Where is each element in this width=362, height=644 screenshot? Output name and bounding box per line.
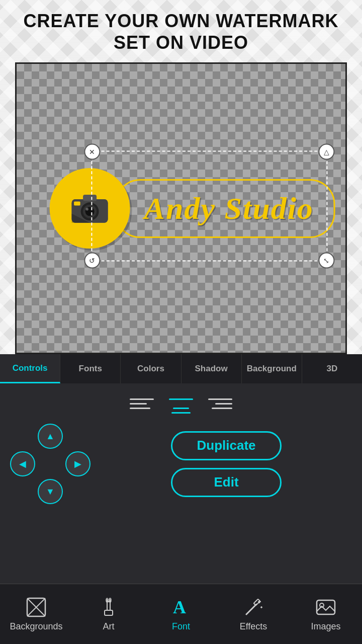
nav-backgrounds[interactable]: Backgrounds xyxy=(0,584,72,644)
svg-text:A: A xyxy=(173,597,186,617)
images-icon xyxy=(315,596,337,618)
bottom-nav: Backgrounds Art A Font xyxy=(0,584,362,644)
dpad-up-button[interactable]: ▲ xyxy=(38,424,63,449)
align-left-button[interactable] xyxy=(130,393,154,414)
dpad-down-button[interactable]: ▼ xyxy=(38,479,63,504)
nav-font[interactable]: A Font xyxy=(145,584,217,644)
nav-images[interactable]: Images xyxy=(290,584,362,644)
tab-fonts[interactable]: Fonts xyxy=(60,354,121,383)
canvas-area[interactable]: Andy Studio ✕ △ ↺ ⤡ xyxy=(15,62,347,354)
svg-rect-13 xyxy=(107,599,108,610)
nav-art-label: Art xyxy=(103,621,114,632)
dpad-left-button[interactable]: ◀ xyxy=(10,451,35,476)
handle-refresh[interactable]: ↺ xyxy=(84,253,100,269)
dpad-right-button[interactable]: ▶ xyxy=(65,451,90,476)
watermark-element[interactable]: Andy Studio xyxy=(50,168,335,249)
camera-icon xyxy=(67,186,113,231)
edit-button[interactable]: Edit xyxy=(171,468,282,497)
tab-shadow[interactable]: Shadow xyxy=(182,354,242,383)
align-right-button[interactable] xyxy=(208,393,232,414)
nav-images-label: Images xyxy=(311,621,340,632)
svg-rect-12 xyxy=(105,610,113,615)
alignment-row xyxy=(130,393,232,414)
duplicate-button[interactable]: Duplicate xyxy=(171,431,282,460)
backgrounds-icon xyxy=(25,596,47,618)
effects-icon xyxy=(242,596,264,618)
svg-rect-14 xyxy=(110,599,111,610)
watermark-text: Andy Studio xyxy=(144,191,314,225)
tab-background[interactable]: Background xyxy=(242,354,302,383)
text-box-border: Andy Studio xyxy=(115,179,335,238)
svg-rect-6 xyxy=(83,195,97,201)
tab-controls[interactable]: Controls xyxy=(0,354,60,383)
nav-font-label: Font xyxy=(172,621,190,632)
svg-rect-7 xyxy=(74,202,80,206)
camera-logo xyxy=(50,168,130,249)
font-icon: A xyxy=(170,596,192,618)
nav-art[interactable]: Art xyxy=(72,584,145,644)
main-heading: CREATE YOUR OWN WATERMARK SET ON VIDEO xyxy=(19,10,344,53)
nav-backgrounds-label: Backgrounds xyxy=(10,621,62,632)
svg-line-19 xyxy=(246,604,256,614)
svg-rect-25 xyxy=(317,600,335,614)
align-center-button[interactable] xyxy=(169,393,193,414)
dpad: ▲ ◀ ▶ ▼ xyxy=(10,424,90,504)
svg-point-5 xyxy=(85,208,88,210)
handle-rotate[interactable]: △ xyxy=(318,144,334,160)
nav-effects-label: Effects xyxy=(240,621,267,632)
tab-bar: Controls Fonts Colors Shadow Background … xyxy=(0,354,362,383)
action-buttons: Duplicate Edit xyxy=(101,431,352,497)
handle-close[interactable]: ✕ xyxy=(84,144,100,160)
text-box: Andy Studio xyxy=(115,179,335,238)
handle-scale[interactable]: ⤡ xyxy=(318,253,334,269)
art-icon xyxy=(98,596,120,618)
tab-3d[interactable]: 3D xyxy=(302,354,362,383)
controls-row: ▲ ◀ ▶ ▼ Duplicate Edit xyxy=(0,419,362,509)
nav-effects[interactable]: Effects xyxy=(217,584,290,644)
tab-colors[interactable]: Colors xyxy=(121,354,181,383)
